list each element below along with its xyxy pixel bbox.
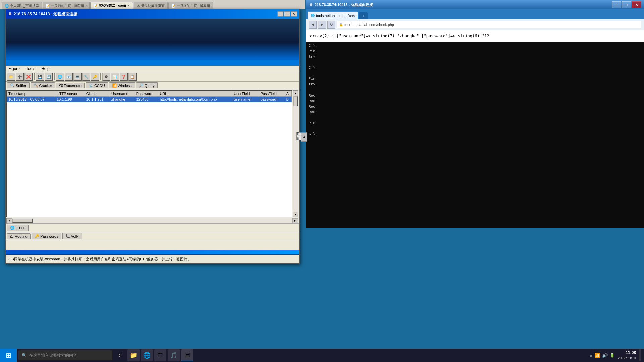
sniffer-label: Sniffer: [16, 84, 26, 88]
toolbar-btn-12[interactable]: ❓: [120, 73, 128, 81]
wireless-label: Wireless: [118, 84, 132, 88]
vertical-scrollbar[interactable]: ▲ ▼: [293, 90, 298, 217]
show-desktop-btn[interactable]: [639, 349, 641, 361]
cmd-line-12: Rec: [309, 104, 641, 110]
tab-wireless[interactable]: 📶 Wireless: [109, 82, 135, 88]
http-tab-btn[interactable]: 🌐 HTTP: [7, 225, 29, 231]
horizontal-scrollbar[interactable]: ◄ ►: [6, 218, 298, 223]
tab-cracker[interactable]: 🔨 Cracker: [31, 82, 55, 88]
tab-passwords[interactable]: 🔑 Passwords: [32, 233, 61, 239]
start-button[interactable]: ⊞: [0, 349, 17, 362]
address-text: tools.hetianlab.com/check.php: [344, 23, 394, 27]
tab-icon: 🌐: [5, 4, 9, 8]
titlebar-icon: 🖥: [8, 12, 12, 16]
bottom-panel: [6, 240, 299, 250]
cell-url: http://tools.hetianlab.com/login.php: [158, 97, 232, 102]
toolbar-btn-1[interactable]: ➕: [16, 73, 24, 81]
right-tab-new[interactable]: +: [359, 12, 368, 19]
tab-close[interactable]: ✕: [127, 4, 130, 7]
tab-voip[interactable]: 📞 VoIP: [62, 233, 82, 239]
taskbar-search[interactable]: 🔍 在这里输入你要搜索的内容: [18, 350, 112, 360]
cmd-line-1: C:\: [309, 43, 641, 49]
tab-routing[interactable]: 🗂 Routing: [7, 233, 31, 239]
taskbar: ⊞ 🔍 在这里输入你要搜索的内容 🎙 📁 🌐 🛡 🎵 🖥 ∧ 📶 🔊 🔋 11:…: [0, 349, 644, 362]
right-close-btn[interactable]: ✕: [632, 1, 641, 8]
tab-icon: ⚠: [137, 4, 140, 8]
cmd-line-2: Pin: [309, 49, 641, 54]
traceroute-icon: 🗺: [59, 84, 63, 88]
tray-chevron[interactable]: ∧: [590, 353, 592, 358]
toolbar-btn-11[interactable]: 📊: [111, 73, 119, 81]
tab-icon: 📝: [93, 4, 97, 8]
toolbar-btn-6[interactable]: 📧: [65, 73, 73, 81]
right-tab-active[interactable]: 🌐 tools.hetianlab.com/ch×: [308, 11, 358, 19]
hscroll-right-btn[interactable]: ►: [292, 218, 298, 223]
network-icon[interactable]: 📶: [594, 353, 600, 358]
browser-tab-1[interactable]: 📝 一只坷的主页 - 博客园 ✕: [43, 2, 90, 9]
toolbar-btn-3[interactable]: 💾: [36, 73, 44, 81]
toolbar-separator-2: [54, 73, 55, 80]
vscroll-up-btn[interactable]: ▲: [293, 90, 298, 96]
browser-tab-4[interactable]: 📝 一只坷的主页 - 博客园: [168, 2, 213, 9]
toolbar-btn-13[interactable]: 📋: [128, 73, 137, 81]
toolbar-btn-8[interactable]: 🔧: [82, 73, 90, 81]
tab-ccdu[interactable]: 📡 CCDU: [86, 82, 108, 88]
col-url: URL: [158, 91, 232, 97]
right-tab-label: tools.hetianlab.com/ch×: [316, 14, 355, 18]
toolbar-btn-0[interactable]: 📁: [7, 73, 15, 81]
right-window-titlebar: 🖥 218.76.35.74:10415 - 远程桌面连接 ─ □ ✕: [306, 0, 644, 9]
taskbar-apps: 📁 🌐 🛡 🎵 🖥: [127, 349, 193, 361]
toolbar-btn-7[interactable]: 💻: [73, 73, 82, 81]
right-maximize-btn[interactable]: □: [622, 1, 631, 8]
refresh-btn[interactable]: ↻: [327, 21, 335, 29]
taskbar-datetime[interactable]: 11:08 2017/10/10: [618, 350, 636, 361]
toolbar-btn-9[interactable]: 🔑: [91, 73, 99, 81]
tab-label: 无法访问此页面: [141, 4, 165, 8]
menu-tools[interactable]: Tools: [26, 66, 35, 71]
tab-sniffer[interactable]: 🔍 Sniffer: [7, 82, 30, 88]
taskbar-app-media[interactable]: 🎵: [168, 349, 180, 361]
col-httpserver: HTTP server: [55, 91, 85, 97]
close-btn[interactable]: ✕: [291, 11, 297, 17]
forward-btn[interactable]: ►: [318, 21, 326, 29]
cain-tabs-row: 🔍 Sniffer 🔨 Cracker 🗺 Traceroute 📡 CCDU …: [6, 82, 299, 89]
windows-icon: ⊞: [6, 351, 11, 359]
toolbar-btn-10[interactable]: ⚙: [102, 73, 110, 81]
vscroll-down-btn[interactable]: ▼: [293, 212, 298, 217]
cmd-line-15: Pin: [309, 120, 641, 126]
nav-left-arrow[interactable]: ◄: [301, 132, 307, 142]
right-minimize-btn[interactable]: ─: [612, 1, 621, 8]
volume-icon[interactable]: 🔊: [602, 353, 608, 358]
browser-tab-0[interactable]: 🌐 个人网站_百度搜索: [2, 2, 42, 9]
query-label: Query: [145, 84, 155, 88]
tab-close[interactable]: ✕: [85, 4, 88, 8]
maximize-btn[interactable]: □: [284, 11, 290, 17]
table-row[interactable]: 10/10/2017 - 03:08:07 10.1.1.99 10.1.1.2…: [7, 97, 292, 102]
taskbar-app-remote[interactable]: 🖥: [181, 349, 193, 361]
hscroll-thumb[interactable]: [12, 219, 33, 223]
browser-tab-2-active[interactable]: 📝 实验报告二 - gaoji ✕: [90, 2, 133, 9]
toolbar-btn-4[interactable]: 🔄: [45, 73, 53, 81]
blue-accent-bar: [6, 60, 299, 66]
browser-tab-3[interactable]: ⚠ 无法访问此页面: [134, 2, 168, 9]
vscroll-thumb[interactable]: [293, 96, 298, 106]
voip-icon: 📞: [65, 234, 70, 238]
hscroll-left-btn[interactable]: ◄: [7, 218, 12, 223]
col-password: Password: [135, 91, 158, 97]
tab-query[interactable]: 🔎 Query: [136, 82, 158, 88]
taskbar-date: 2017/10/10: [618, 356, 636, 361]
toolbar-btn-2[interactable]: ❌: [24, 73, 33, 81]
tab-traceroute[interactable]: 🗺 Traceroute: [56, 83, 85, 88]
toolbar-btn-5[interactable]: 🌐: [56, 73, 64, 81]
menu-figure[interactable]: Figure: [8, 66, 20, 71]
taskbar-app-filemanager[interactable]: 📁: [127, 349, 140, 361]
back-btn[interactable]: ◄: [309, 21, 317, 29]
cmd-line-5: C:\: [309, 65, 641, 71]
table-wrapper[interactable]: Timestamp HTTP server Client Username Pa…: [6, 90, 292, 217]
menu-help[interactable]: Help: [41, 66, 50, 71]
minimize-btn[interactable]: ─: [277, 11, 283, 17]
taskbar-mic-btn[interactable]: 🎙: [114, 349, 126, 361]
address-bar[interactable]: 🔒 tools.hetianlab.com/check.php: [337, 21, 641, 28]
taskbar-app-browser[interactable]: 🌐: [141, 349, 153, 361]
taskbar-app-store[interactable]: 🛡: [154, 349, 166, 361]
